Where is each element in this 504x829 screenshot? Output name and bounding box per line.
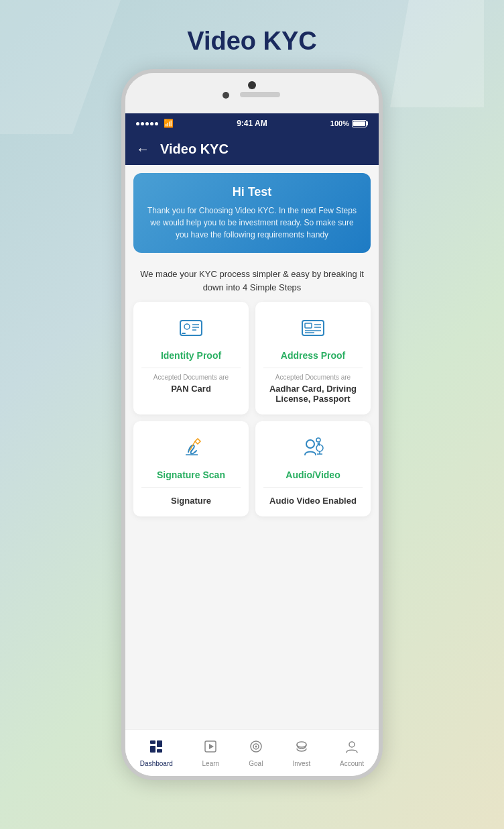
goal-label: Goal xyxy=(249,760,263,767)
goal-icon xyxy=(249,739,263,757)
svg-rect-7 xyxy=(305,323,312,328)
card-divider-3 xyxy=(141,487,241,488)
cards-grid: Identity Proof Accepted Documents are PA… xyxy=(133,302,371,516)
banner-greeting: Hi Test xyxy=(144,185,360,199)
svg-point-27 xyxy=(297,742,306,747)
address-docs-value: Aadhar Card, Driving License, Passport xyxy=(263,384,363,404)
svg-rect-5 xyxy=(182,333,186,334)
svg-rect-18 xyxy=(150,740,155,744)
audio-video-card[interactable]: Audio/Video Audio Video Enabled xyxy=(255,421,371,516)
identity-icon xyxy=(176,313,206,345)
address-docs-label: Accepted Documents are xyxy=(275,374,351,381)
account-label: Account xyxy=(340,760,364,767)
svg-point-26 xyxy=(255,745,257,747)
signature-icon xyxy=(176,432,206,464)
status-time: 9:41 AM xyxy=(237,119,267,128)
phone-camera xyxy=(248,81,256,89)
banner-message: Thank you for Choosing Video KYC. In the… xyxy=(144,205,360,241)
audio-video-docs-value: Audio Video Enabled xyxy=(269,496,357,506)
power-button xyxy=(380,154,383,187)
signal-dots xyxy=(136,122,158,125)
signature-scan-card[interactable]: Signature Scan Signature xyxy=(133,421,249,516)
dashboard-label: Dashboard xyxy=(140,760,173,767)
dashboard-icon xyxy=(149,739,164,757)
mute-button xyxy=(121,140,124,164)
identity-proof-title: Identity Proof xyxy=(161,350,221,361)
svg-rect-21 xyxy=(157,749,162,753)
card-divider-1 xyxy=(141,368,241,368)
learn-icon xyxy=(203,739,218,757)
invest-icon xyxy=(294,739,309,757)
learn-label: Learn xyxy=(202,760,220,767)
nav-dashboard[interactable]: Dashboard xyxy=(140,739,173,767)
identity-docs-value: PAN Card xyxy=(171,384,211,394)
content-area: We made your KYC process simpler & easy … xyxy=(125,261,379,729)
svg-rect-20 xyxy=(157,740,162,747)
app-header: ← Video KYC xyxy=(125,133,379,165)
invest-label: Invest xyxy=(293,760,311,767)
signature-docs-value: Signature xyxy=(171,496,211,506)
svg-marker-23 xyxy=(209,744,214,749)
identity-docs-label: Accepted Documents are xyxy=(153,374,229,381)
wifi-icon: 📶 xyxy=(164,119,174,128)
nav-goal[interactable]: Goal xyxy=(249,739,263,767)
phone-screen: 📶 9:41 AM 100% ← Video KYC Hi Test Thank… xyxy=(125,113,379,776)
address-icon xyxy=(298,313,328,345)
phone-speaker xyxy=(240,92,280,97)
phone-frame: 📶 9:41 AM 100% ← Video KYC Hi Test Thank… xyxy=(121,69,383,780)
battery-percentage: 100% xyxy=(330,119,349,127)
welcome-banner: Hi Test Thank you for Choosing Video KYC… xyxy=(133,173,371,253)
card-divider-4 xyxy=(263,487,363,488)
svg-point-1 xyxy=(184,324,190,329)
bg-decoration-left xyxy=(0,0,121,134)
steps-intro: We made your KYC process simpler & easy … xyxy=(136,268,368,294)
status-bar: 📶 9:41 AM 100% xyxy=(125,113,379,133)
account-icon xyxy=(344,739,359,757)
svg-point-13 xyxy=(306,440,314,448)
svg-rect-19 xyxy=(150,746,155,753)
volume-down-button xyxy=(121,217,124,251)
page-title: Video KYC xyxy=(187,27,317,56)
audio-video-title: Audio/Video xyxy=(286,469,340,480)
nav-invest[interactable]: Invest xyxy=(293,739,311,767)
status-left: 📶 xyxy=(136,119,174,128)
header-title: Video KYC xyxy=(160,142,229,157)
address-proof-title: Address Proof xyxy=(281,350,345,361)
card-divider-2 xyxy=(263,368,363,368)
bottom-nav: Dashboard Learn xyxy=(125,729,379,776)
address-proof-card[interactable]: Address Proof Accepted Documents are Aad… xyxy=(255,302,371,414)
identity-proof-card[interactable]: Identity Proof Accepted Documents are PA… xyxy=(133,302,249,414)
front-camera xyxy=(223,92,229,99)
status-right: 100% xyxy=(330,119,368,127)
signature-scan-title: Signature Scan xyxy=(157,469,225,480)
audio-video-icon xyxy=(298,432,328,464)
svg-point-28 xyxy=(349,742,355,747)
svg-point-17 xyxy=(316,438,320,442)
nav-account[interactable]: Account xyxy=(340,739,364,767)
back-button[interactable]: ← xyxy=(136,142,149,157)
bg-decoration-right xyxy=(390,0,484,107)
volume-up-button xyxy=(121,174,124,207)
phone-top xyxy=(125,73,379,113)
battery-icon xyxy=(352,120,368,127)
nav-learn[interactable]: Learn xyxy=(202,739,220,767)
